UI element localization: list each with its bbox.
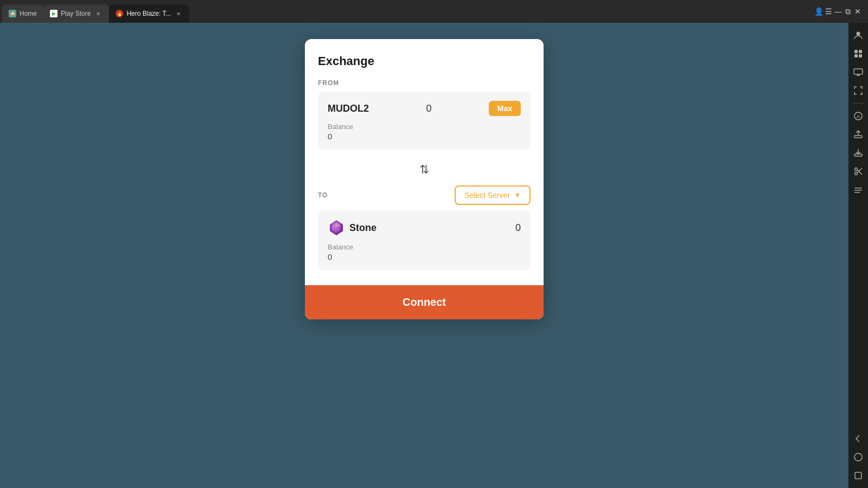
play-store-favicon: ▶ (50, 10, 58, 17)
sidebar-divider-1 (853, 103, 864, 104)
to-label: TO (318, 191, 328, 199)
svg-point-18 (855, 172, 858, 175)
window-controls: 👤 ☰ — ⧉ ✕ (808, 8, 868, 15)
tab-play-store-close[interactable]: ✕ (94, 9, 103, 18)
to-token-name: Stone (328, 219, 376, 236)
sidebar-icon-download[interactable] (850, 145, 866, 161)
sidebar-icon-circle-a[interactable]: A (850, 108, 866, 124)
sidebar-icon-upload[interactable] (850, 126, 866, 143)
sidebar-icon-scissors[interactable] (850, 163, 866, 179)
svg-point-17 (855, 168, 858, 171)
tab-play-store[interactable]: ▶ Play Store ✕ (43, 4, 109, 23)
minimize-button[interactable]: — (834, 8, 842, 15)
main-content: Exchange FROM MUDOL2 0 Max Balance 0 ⇅ T… (0, 23, 848, 488)
swap-arrows-icon: ⇅ (419, 163, 429, 177)
to-token-amount: 0 (515, 222, 521, 234)
close-button[interactable]: ✕ (854, 8, 861, 15)
from-token-amount: 0 (426, 103, 431, 114)
svg-rect-5 (859, 50, 862, 53)
chevron-down-icon: ▼ (514, 191, 521, 199)
to-balance-value: 0 (328, 252, 521, 261)
tab-hero-blaze-close[interactable]: ✕ (174, 9, 183, 18)
to-row: TO Select Server ▼ (318, 185, 531, 205)
right-sidebar: A (848, 23, 868, 488)
stone-icon (328, 219, 345, 236)
svg-text:A: A (857, 114, 860, 119)
tabs-bar: 🏠 Home ▶ Play Store ✕ 🔥 Hero Blaze: T...… (0, 0, 808, 23)
accounts-icon[interactable]: 👤 (815, 8, 822, 15)
to-token-card: Stone 0 Balance 0 (318, 210, 531, 270)
swap-button[interactable]: ⇅ (318, 154, 531, 185)
browser-chrome: 🏠 Home ▶ Play Store ✕ 🔥 Hero Blaze: T...… (0, 0, 868, 23)
svg-rect-23 (854, 192, 860, 193)
menu-icon[interactable]: ☰ (825, 8, 832, 15)
select-server-button[interactable]: Select Server ▼ (455, 185, 531, 205)
from-balance-label: Balance (328, 123, 521, 131)
max-button[interactable]: Max (489, 101, 521, 116)
from-token-card: MUDOL2 0 Max Balance 0 (318, 92, 531, 150)
sidebar-icon-back[interactable] (850, 431, 866, 447)
svg-rect-8 (854, 69, 863, 74)
svg-rect-21 (854, 188, 862, 189)
svg-rect-25 (855, 472, 861, 479)
from-label: FROM (318, 79, 531, 87)
tab-play-store-label: Play Store (61, 10, 91, 17)
exchange-title: Exchange (318, 54, 531, 68)
from-token-name: MUDOL2 (328, 103, 369, 114)
to-token-row: Stone 0 (328, 219, 521, 236)
sidebar-icon-circle-empty[interactable] (850, 449, 866, 465)
home-favicon: 🏠 (9, 10, 16, 17)
svg-rect-7 (859, 54, 862, 57)
tab-hero-blaze-label: Hero Blaze: T... (126, 10, 171, 17)
restore-button[interactable]: ⧉ (844, 8, 852, 15)
from-token-row: MUDOL2 0 Max (328, 101, 521, 116)
hero-blaze-favicon: 🔥 (116, 10, 123, 17)
tab-home-label: Home (20, 10, 37, 17)
svg-rect-13 (854, 136, 862, 138)
tab-hero-blaze[interactable]: 🔥 Hero Blaze: T... ✕ (109, 4, 189, 23)
sidebar-icon-menu-dots[interactable] (850, 182, 866, 198)
svg-rect-6 (854, 54, 858, 57)
svg-rect-4 (854, 50, 858, 53)
to-balance-label: Balance (328, 243, 521, 251)
sidebar-icon-square[interactable] (850, 467, 866, 484)
sidebar-icon-expand[interactable] (850, 82, 866, 99)
from-balance-value: 0 (328, 132, 521, 141)
exchange-modal: Exchange FROM MUDOL2 0 Max Balance 0 ⇅ T… (305, 39, 544, 319)
svg-point-24 (854, 453, 862, 461)
sidebar-icon-screen[interactable] (850, 64, 866, 80)
svg-point-3 (857, 32, 860, 36)
connect-button[interactable]: Connect (305, 285, 544, 319)
sidebar-icon-account[interactable] (850, 27, 866, 43)
sidebar-icon-grid[interactable] (850, 46, 866, 62)
select-server-label: Select Server (464, 191, 510, 200)
svg-rect-22 (854, 190, 862, 191)
tab-home[interactable]: 🏠 Home (2, 4, 43, 23)
